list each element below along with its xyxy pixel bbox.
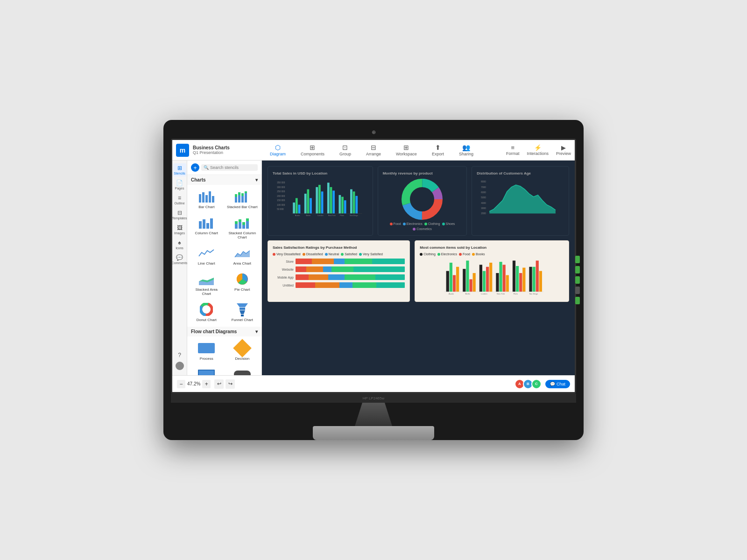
toolbar-group-label: Group	[339, 152, 351, 156]
svg-text:350 000: 350 000	[277, 182, 285, 184]
charts-top-row: Total Sales in USD by Location 350 000 3…	[268, 166, 569, 236]
svg-text:London: London	[317, 215, 324, 217]
svg-rect-83	[446, 271, 449, 292]
svg-rect-2	[205, 195, 208, 203]
toolbar-diagram[interactable]: ⬡ Diagram	[267, 143, 289, 157]
charts-section-chevron: ▾	[255, 177, 258, 182]
toolbar-format[interactable]: ≡ Format	[506, 144, 520, 156]
stencils-content: Charts ▾	[187, 175, 261, 375]
sidebar-item-templates[interactable]: ⊟ Templates	[173, 208, 186, 221]
help-icon: ?	[178, 352, 181, 358]
sidebar-item-stencils[interactable]: ⊞ Stencils	[173, 163, 186, 176]
sharing-icon: 👥	[462, 144, 470, 151]
legend-food: Food	[390, 222, 401, 225]
sidebar-item-icons[interactable]: ♠ Icons	[173, 238, 186, 251]
side-button-4[interactable]	[575, 287, 580, 294]
side-button-3[interactable]	[575, 276, 580, 284]
toolbar-export[interactable]: ⬆ Export	[429, 143, 447, 157]
charts-section-label: Charts	[191, 177, 206, 182]
flow-section-header[interactable]: Flow chart Diagrams ▾	[187, 327, 261, 336]
side-button-2[interactable]	[575, 266, 580, 273]
funnel-chart-label: Funnel Chart	[232, 318, 253, 322]
toolbar-preview[interactable]: ▶ Preview	[556, 144, 571, 156]
zoom-minus-button[interactable]: −	[177, 380, 185, 388]
svg-rect-34	[240, 308, 245, 310]
stencil-subprocess[interactable]: Subprocess	[189, 364, 224, 375]
stencil-funnel-chart[interactable]: Funnel Chart	[225, 300, 260, 325]
diagram-icon: ⬡	[275, 144, 281, 151]
stencil-decision[interactable]: Decision	[225, 338, 260, 364]
side-button-1[interactable]	[575, 256, 580, 263]
charts-section-header[interactable]: Charts ▾	[187, 175, 261, 185]
svg-text:300 000: 300 000	[277, 186, 285, 189]
chat-icon: 💬	[550, 382, 555, 386]
stencil-stacked-bar-chart[interactable]: Stacked Bar Chart	[225, 187, 260, 212]
stencil-process[interactable]: Process	[189, 338, 224, 364]
svg-rect-20	[239, 219, 241, 222]
sidebar-item-comments[interactable]: 💬 Comments	[173, 253, 186, 266]
toolbar-interactions[interactable]: ⚡ Interactions	[527, 144, 549, 156]
side-button-5[interactable]	[575, 297, 580, 304]
monitor: ⊕ m Business Charts Q1 Presentation ⬡ Di…	[163, 120, 584, 440]
svg-rect-94	[489, 263, 492, 292]
stencil-area-chart[interactable]: Area Chart	[225, 243, 260, 268]
monthly-revenue-chart	[401, 178, 443, 220]
svg-rect-55	[332, 190, 335, 213]
stencil-startend[interactable]: Start/End	[225, 364, 260, 375]
svg-marker-82	[490, 185, 556, 213]
svg-rect-14	[203, 219, 205, 229]
add-stencil-button[interactable]: +	[191, 163, 199, 172]
sidebar-item-help[interactable]: ?	[173, 350, 186, 360]
chat-button[interactable]: 💬 Chat	[545, 380, 570, 388]
svg-rect-60	[353, 191, 355, 213]
svg-rect-100	[516, 266, 519, 292]
satisfaction-card: Sales Satisfaction Ratings by Purchase M…	[268, 240, 410, 302]
sidebar-outline-label: Outline	[174, 202, 184, 205]
toolbar-components[interactable]: ⊞ Components	[298, 143, 327, 157]
bottom-right: A B C 💬 Chat	[516, 379, 570, 389]
total-sales-card: Total Sales in USD by Location 350 000 3…	[268, 166, 373, 236]
hbar-mobile: Mobile App	[273, 274, 405, 280]
svg-rect-19	[239, 222, 241, 229]
sidebar-icons: ⊞ Stencils 📄 Pages ≡ Outline ⊟ Templates	[172, 161, 187, 375]
svg-rect-3	[209, 191, 211, 203]
svg-rect-12	[245, 191, 247, 193]
stencil-donut-chart[interactable]: Donut Chart	[189, 300, 224, 325]
undo-button[interactable]: ↩	[214, 379, 224, 389]
sidebar-item-images[interactable]: 🖼 Images	[173, 223, 186, 236]
redo-button[interactable]: ↪	[226, 379, 235, 389]
sidebar-icons-label: Icons	[176, 246, 183, 250]
svg-text:150 000: 150 000	[277, 199, 285, 202]
legend-cosmetics: Cosmetics	[413, 227, 432, 231]
stencil-pie-chart[interactable]: Pie Chart	[225, 269, 260, 299]
svg-rect-99	[513, 260, 515, 292]
svg-marker-35	[240, 310, 245, 314]
sidebar-item-outline[interactable]: ≡ Outline	[173, 193, 186, 206]
toolbar-sharing[interactable]: 👥 Sharing	[456, 143, 476, 157]
svg-text:3000: 3000	[481, 207, 486, 210]
preview-icon: ▶	[561, 144, 566, 151]
avatar-3: C	[531, 379, 542, 389]
toolbar-group[interactable]: ⊡ Group	[337, 143, 354, 157]
svg-text:Austin: Austin	[295, 215, 300, 217]
search-box: 🔍	[201, 164, 258, 171]
sidebar-item-pages[interactable]: 📄 Pages	[173, 178, 186, 191]
toolbar-arrange[interactable]: ⊟ Arrange	[363, 143, 384, 157]
zoom-plus-button[interactable]: +	[202, 380, 211, 388]
stencil-column-chart[interactable]: Column Chart	[189, 213, 224, 242]
svg-text:London: London	[481, 293, 487, 295]
sidebar-item-user[interactable]	[173, 360, 186, 371]
column-chart-icon	[198, 216, 215, 230]
hbar-website-bars	[296, 266, 405, 272]
stencil-line-chart[interactable]: Line Chart	[189, 243, 224, 268]
stencil-bar-chart[interactable]: Bar Chart	[189, 187, 224, 212]
stencil-stacked-area-chart[interactable]: Stacked Area Chart	[189, 269, 224, 299]
outline-icon: ≡	[178, 195, 181, 201]
search-input[interactable]	[210, 165, 255, 170]
zoom-control: − 47.2% +	[177, 380, 211, 388]
toolbar-workspace[interactable]: ⊞ Workspace	[393, 143, 420, 157]
monitor-screen: m Business Charts Q1 Presentation ⬡ Diag…	[171, 139, 576, 393]
svg-rect-88	[466, 260, 469, 292]
stencil-stacked-column-chart[interactable]: Stacked Column Chart	[225, 213, 260, 242]
legend-shoes: Shoes	[442, 222, 455, 225]
